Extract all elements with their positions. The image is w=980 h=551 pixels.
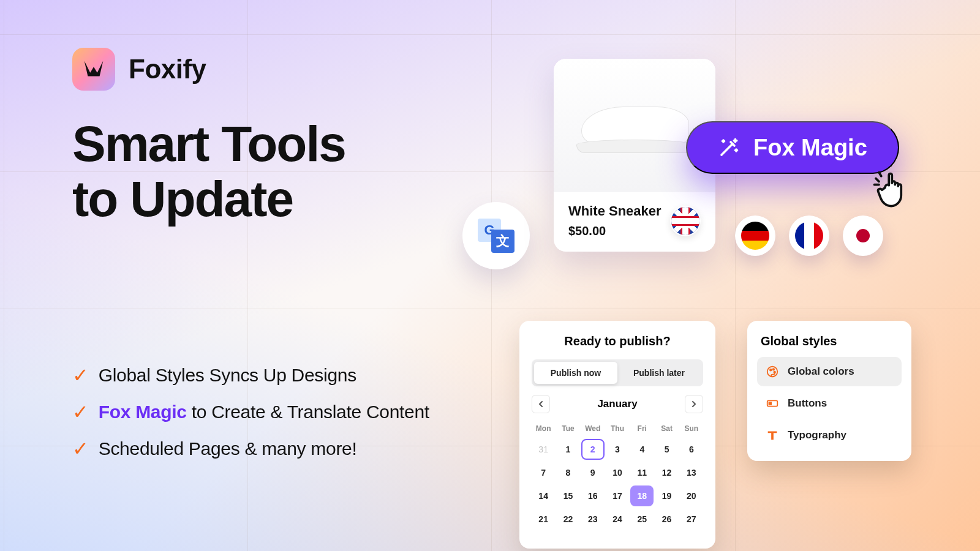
calendar-dow: Fri [630,421,654,437]
calendar-day[interactable]: 1 [556,439,579,460]
calendar-day[interactable]: 9 [581,462,605,483]
calendar-day[interactable]: 17 [606,485,629,506]
calendar-day[interactable]: 2 [581,439,605,460]
publish-heading: Ready to publish? [532,334,703,348]
calendar-day[interactable]: 6 [680,439,703,460]
flag-uk-icon [670,206,701,236]
calendar-month: January [597,398,637,410]
calendar-day[interactable]: 5 [655,439,678,460]
svg-rect-5 [769,402,772,405]
calendar-day[interactable]: 22 [556,509,579,530]
translate-icon: G 文 [462,202,530,269]
publish-later-tab[interactable]: Publish later [617,362,701,384]
calendar-day[interactable]: 10 [606,462,629,483]
calendar-day[interactable]: 14 [532,485,555,506]
calendar-day[interactable]: 16 [581,485,605,506]
brand-logo-icon [72,48,115,91]
magic-wand-icon [718,137,740,159]
calendar-day[interactable]: 27 [680,509,703,530]
calendar-day[interactable]: 12 [655,462,678,483]
calendar-day[interactable]: 18 [630,485,654,506]
brand-row: Foxify [72,48,206,91]
calendar-dow: Mon [532,421,555,437]
brand-name: Foxify [129,54,206,84]
calendar-day-other[interactable]: 31 [532,439,555,460]
product-title: White Sneaker [568,203,670,219]
bullet-1: ✓ Global Styles Syncs Up Designs [72,365,538,386]
svg-point-0 [767,367,778,377]
calendar-day[interactable]: 20 [680,485,703,506]
global-style-item[interactable]: Global colors [757,357,902,386]
calendar-dow: Sun [680,421,703,437]
publish-segmented: Publish now Publish later [532,359,703,386]
sneaker-illustration [576,98,693,153]
bullet-text: to Create & Translate Content [192,402,429,422]
calendar-grid: MonTueWedThuFriSatSun3112345678910111213… [532,421,703,530]
svg-point-2 [773,369,775,370]
flag-jp-icon[interactable] [843,216,883,256]
check-icon: ✓ [72,439,89,459]
publish-now-tab[interactable]: Publish now [534,362,617,384]
calendar-day[interactable]: 4 [630,439,654,460]
type-icon [766,429,779,442]
headline-line-1: Smart Tools [72,116,345,171]
chevron-left-icon [537,400,545,408]
calendar-day[interactable]: 26 [655,509,678,530]
product-price: $50.00 [568,224,670,238]
check-icon: ✓ [72,402,89,422]
bullet-2: ✓ Fox Magicto Create & Translate Content [72,402,538,422]
language-flags [735,216,883,256]
product-image [554,59,715,192]
flag-fr-icon[interactable] [789,216,829,256]
global-styles-heading: Global styles [757,334,902,348]
calendar-day[interactable]: 21 [532,509,555,530]
global-style-item[interactable]: Typography [757,421,902,450]
calendar-day[interactable]: 7 [532,462,555,483]
button-icon [766,397,779,410]
global-style-label: Global colors [788,365,854,378]
flag-de-icon[interactable] [735,216,775,256]
calendar-day[interactable]: 13 [680,462,703,483]
calendar-nav: January [532,395,703,413]
global-style-label: Buttons [788,397,827,410]
svg-point-1 [770,369,772,371]
calendar-dow: Tue [556,421,579,437]
calendar-dow: Sat [655,421,678,437]
bullet-3: ✓ Scheduled Pages & many more! [72,438,538,459]
translate-glyph-b: 文 [491,230,514,253]
palette-icon [766,365,779,378]
calendar-dow: Thu [606,421,629,437]
calendar-day[interactable]: 25 [630,509,654,530]
bullet-accent: Fox Magic [99,402,187,422]
bullet-text: Global Styles Syncs Up Designs [99,365,356,386]
publish-card: Ready to publish? Publish now Publish la… [519,321,715,549]
bullet-text: Scheduled Pages & many more! [99,438,357,459]
calendar-day[interactable]: 3 [606,439,629,460]
calendar-day[interactable]: 15 [556,485,579,506]
global-styles-card: Global styles Global colorsButtonsTypogr… [747,321,911,461]
fox-magic-button[interactable]: Fox Magic [686,121,899,174]
calendar-day[interactable]: 8 [556,462,579,483]
calendar-prev-button[interactable] [532,395,550,413]
calendar-day[interactable]: 11 [630,462,654,483]
headline-line-2: to Update [72,171,345,227]
svg-point-3 [774,372,775,373]
cursor-hand-icon [870,162,919,211]
chevron-right-icon [690,400,698,408]
headline: Smart Tools to Update [72,116,345,227]
global-style-item[interactable]: Buttons [757,389,902,418]
global-style-label: Typography [788,429,846,441]
check-icon: ✓ [72,365,89,385]
calendar-dow: Wed [581,421,605,437]
calendar-next-button[interactable] [685,395,703,413]
feature-bullets: ✓ Global Styles Syncs Up Designs ✓ Fox M… [72,365,538,475]
calendar-day[interactable]: 19 [655,485,678,506]
calendar-day[interactable]: 23 [581,509,605,530]
fox-magic-label: Fox Magic [753,135,867,161]
calendar-day[interactable]: 24 [606,509,629,530]
